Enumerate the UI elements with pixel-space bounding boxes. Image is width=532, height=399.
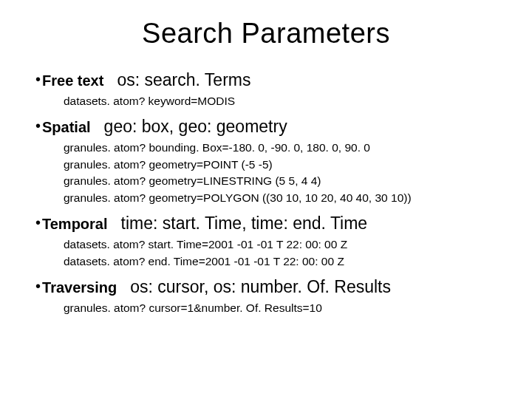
bullet-icon: •Free text: [35, 72, 103, 89]
section-label: Traversing: [42, 279, 117, 296]
section-spatial: •Spatial geo: box, geo: geometry granule…: [30, 117, 502, 206]
section-label: Temporal: [42, 216, 108, 232]
section-temporal: •Temporal time: start. Time, time: end. …: [30, 214, 502, 270]
section-namespace: time: start. Time, time: end. Time: [121, 214, 368, 233]
example-line: granules. atom? bounding. Box=-180. 0, -…: [64, 140, 502, 156]
example-line: granules. atom? cursor=1&number. Of. Res…: [64, 300, 502, 316]
section-examples: datasets. atom? keyword=MODIS: [30, 93, 502, 109]
example-line: datasets. atom? keyword=MODIS: [64, 93, 502, 109]
example-line: granules. atom? geometry=POINT (-5 -5): [64, 157, 502, 173]
section-examples: granules. atom? cursor=1&number. Of. Res…: [30, 300, 502, 316]
section-namespace: os: cursor, os: number. Of. Results: [130, 277, 391, 297]
example-line: datasets. atom? end. Time=2001 -01 -01 T…: [64, 253, 502, 270]
section-head: •Free text os: search. Terms: [30, 70, 502, 90]
section-namespace: os: search. Terms: [117, 70, 250, 90]
section-head: •Temporal time: start. Time, time: end. …: [30, 214, 502, 233]
section-traversing: •Traversing os: cursor, os: number. Of. …: [30, 277, 502, 316]
example-line: datasets. atom? start. Time=2001 -01 -01…: [64, 236, 502, 253]
section-head: •Traversing os: cursor, os: number. Of. …: [30, 277, 502, 297]
page-title: Search Parameters: [30, 18, 502, 50]
example-line: granules. atom? geometry=LINESTRING (5 5…: [64, 173, 502, 189]
bullet-icon: •Temporal: [35, 216, 108, 233]
section-examples: granules. atom? bounding. Box=-180. 0, -…: [30, 140, 502, 206]
section-examples: datasets. atom? start. Time=2001 -01 -01…: [30, 236, 502, 270]
section-free-text: •Free text os: search. Terms datasets. a…: [30, 70, 502, 109]
bullet-icon: •Spatial: [35, 119, 91, 136]
section-namespace: geo: box, geo: geometry: [104, 117, 287, 137]
example-line: granules. atom? geometry=POLYGON ((30 10…: [64, 190, 502, 206]
section-head: •Spatial geo: box, geo: geometry: [30, 117, 502, 137]
bullet-icon: •Traversing: [35, 279, 117, 296]
section-label: Spatial: [42, 119, 91, 135]
section-label: Free text: [42, 72, 103, 89]
